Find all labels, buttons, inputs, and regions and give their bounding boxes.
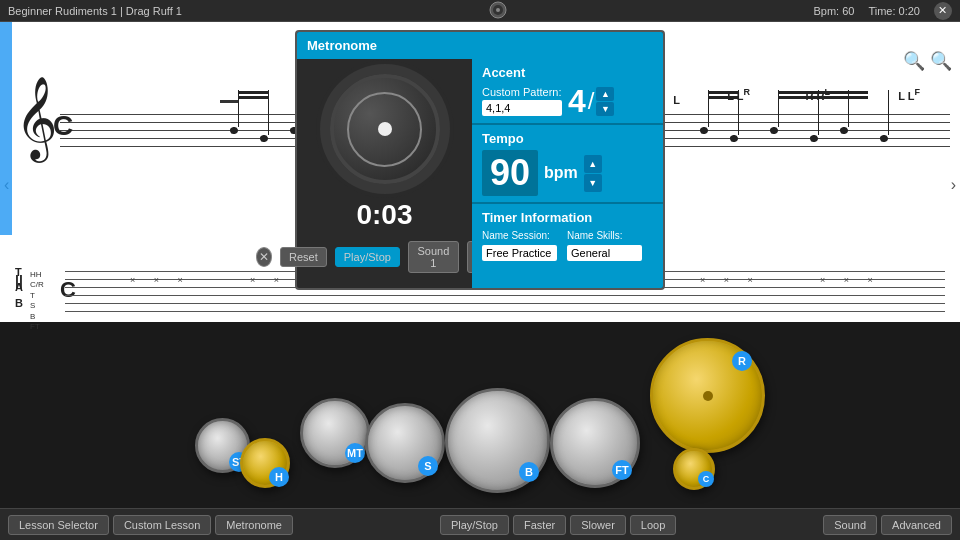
tempo-section: Tempo 90 bpm ▲ ▼ xyxy=(472,125,663,202)
beam-r2 xyxy=(708,96,739,99)
timer-row: Name Session: Name Skills: xyxy=(482,230,653,261)
lesson-selector-button[interactable]: Lesson Selector xyxy=(8,515,109,535)
scroll-right-button[interactable]: › xyxy=(947,172,960,198)
crash-wrapper: C xyxy=(673,448,715,490)
bass-drum[interactable]: B xyxy=(445,388,550,493)
ride-wrapper: R C xyxy=(650,338,765,453)
drum-kit: ST H MT S B FT R xyxy=(0,312,960,508)
accent-value-display: 4 / ▲ ▼ xyxy=(568,85,614,117)
metro-close-button[interactable]: ✕ xyxy=(256,247,273,267)
hihat-drum[interactable]: H xyxy=(240,438,290,488)
name-skills-label: Name Skills: xyxy=(567,230,642,241)
note-label-llf: L LF xyxy=(898,87,920,102)
timer-title: Timer Information xyxy=(482,210,653,225)
custom-pattern-input[interactable] xyxy=(482,100,562,116)
crash-cymbal[interactable]: C xyxy=(673,448,715,490)
bottom-left-buttons: Lesson Selector Custom Lesson Metronome xyxy=(0,515,301,535)
note-head-1 xyxy=(229,126,239,135)
hihat-label: H xyxy=(269,467,289,487)
metronome-right: Accent Custom Pattern: 4 / ▲ ▼ xyxy=(472,59,663,288)
faster-button[interactable]: Faster xyxy=(513,515,566,535)
bottom-bar: Lesson Selector Custom Lesson Metronome … xyxy=(0,508,960,540)
tempo-value: 90 xyxy=(482,150,538,196)
accent-slash: / xyxy=(588,87,595,115)
beam-r1 xyxy=(708,91,739,94)
snare-wrapper: S xyxy=(365,403,445,483)
crash-label: C xyxy=(698,471,714,487)
snare-label: S xyxy=(418,456,438,476)
metronome-body: 0:03 ✕ Reset Play/Stop Sound 1 Color 9 A… xyxy=(297,59,663,288)
hihat-wrapper: H xyxy=(240,438,290,488)
metronome-left: 0:03 ✕ Reset Play/Stop Sound 1 Color 9 xyxy=(297,59,472,288)
floor-tom-drum[interactable]: FT xyxy=(550,398,640,488)
tab-line-4 xyxy=(65,295,945,296)
note-r2 xyxy=(729,134,739,143)
snare-drum[interactable]: S xyxy=(365,403,445,483)
close-button[interactable]: ✕ xyxy=(934,2,952,20)
ride-cymbal[interactable]: R C xyxy=(650,338,765,453)
zoom-in-icon[interactable]: 🔍 xyxy=(930,50,952,72)
tempo-title: Tempo xyxy=(482,131,653,146)
bottom-center-buttons: Play/Stop Faster Slower Loop xyxy=(432,515,684,535)
mid-tom-drum[interactable]: MT xyxy=(300,398,370,468)
svg-point-2 xyxy=(496,8,500,12)
floor-tom-label: FT xyxy=(612,460,632,480)
metronome-popup: Metronome 0:03 ✕ Reset Play/Stop Sound 1… xyxy=(295,30,665,290)
accent-down-arrow[interactable]: ▼ xyxy=(596,102,614,116)
loop-button[interactable]: Loop xyxy=(630,515,676,535)
mid-tom-label: MT xyxy=(345,443,365,463)
name-skills-input[interactable] xyxy=(567,245,642,261)
metronome-time-display: 0:03 xyxy=(356,199,412,231)
tempo-unit: bpm xyxy=(544,164,578,182)
metronome-dial xyxy=(330,74,440,184)
dash-mark xyxy=(220,100,238,103)
note-r3 xyxy=(769,126,779,135)
sound1-button[interactable]: Sound 1 xyxy=(408,241,459,273)
cymbal-center xyxy=(703,391,713,401)
custom-lesson-button[interactable]: Custom Lesson xyxy=(113,515,211,535)
reset-button[interactable]: Reset xyxy=(280,247,327,267)
accent-up-arrow[interactable]: ▲ xyxy=(596,87,614,101)
play-stop-bottom-button[interactable]: Play/Stop xyxy=(440,515,509,535)
note-label-l1: L xyxy=(673,94,680,106)
note-r5 xyxy=(839,126,849,135)
metronome-center-dot xyxy=(378,122,392,136)
name-session-input[interactable] xyxy=(482,245,557,261)
topbar-title: Beginner Rudiments 1 | Drag Ruff 1 xyxy=(8,5,182,17)
time-display: Time: 0:20 xyxy=(868,5,920,17)
bass-wrapper: B xyxy=(445,388,550,493)
accent-number: 4 xyxy=(568,85,586,117)
timer-section: Timer Information Name Session: Name Ski… xyxy=(472,204,663,267)
tempo-down-arrow[interactable]: ▼ xyxy=(584,174,602,192)
topbar: Beginner Rudiments 1 | Drag Ruff 1 Bpm: … xyxy=(0,0,960,22)
tab-x-group-5: × × × xyxy=(700,275,761,285)
note-r4 xyxy=(809,134,819,143)
accent-row: Custom Pattern: 4 / ▲ ▼ xyxy=(482,85,653,117)
note-r6 xyxy=(879,134,889,143)
slower-button[interactable]: Slower xyxy=(570,515,626,535)
tab-x-group-6: × × × xyxy=(820,275,881,285)
name-session-label: Name Session: xyxy=(482,230,557,241)
treble-clef: 𝄞 xyxy=(15,77,58,160)
accent-arrows: ▲ ▼ xyxy=(596,87,614,116)
progress-bar xyxy=(0,22,12,235)
stem-r6 xyxy=(888,90,889,135)
metronome-inner-ring xyxy=(347,92,422,167)
topbar-right: Bpm: 60 Time: 0:20 ✕ xyxy=(813,2,952,20)
sound-button[interactable]: Sound xyxy=(823,515,877,535)
beam-1 xyxy=(238,91,269,94)
metronome-button[interactable]: Metronome xyxy=(215,515,293,535)
topbar-logo xyxy=(489,1,507,21)
floor-tom-wrapper: FT xyxy=(550,398,640,488)
name-skills-col: Name Skills: xyxy=(567,230,642,261)
play-stop-button[interactable]: Play/Stop xyxy=(335,247,400,267)
accent-title: Accent xyxy=(482,65,653,80)
zoom-out-icon[interactable]: 🔍 xyxy=(903,50,925,72)
advanced-button[interactable]: Advanced xyxy=(881,515,952,535)
ride-label: R xyxy=(732,351,752,371)
tab-common-time: C xyxy=(60,277,76,303)
tempo-up-arrow[interactable]: ▲ xyxy=(584,155,602,173)
bpm-display: Bpm: 60 xyxy=(813,5,854,17)
mid-tom-wrapper: MT xyxy=(300,398,370,468)
tempo-row: 90 bpm ▲ ▼ xyxy=(482,150,653,196)
